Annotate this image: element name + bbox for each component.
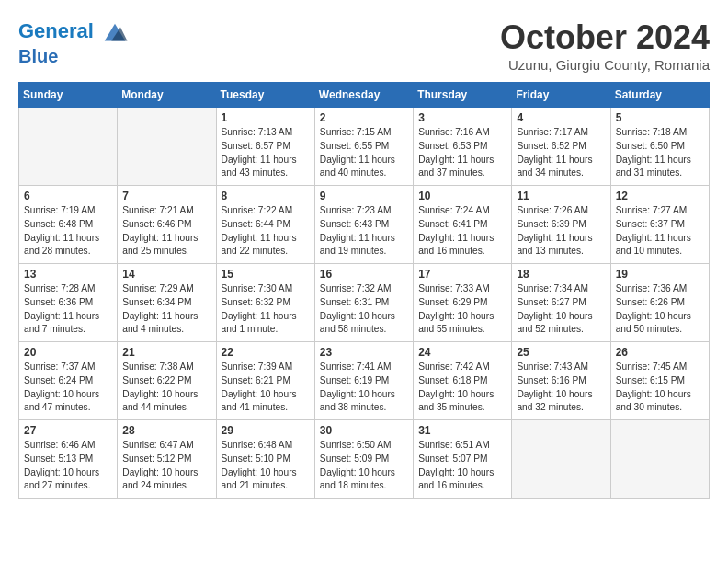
week-row-5: 27Sunrise: 6:46 AM Sunset: 5:13 PM Dayli… [19, 420, 710, 499]
week-row-3: 13Sunrise: 7:28 AM Sunset: 6:36 PM Dayli… [19, 264, 710, 342]
day-number: 18 [517, 268, 605, 281]
day-info: Sunrise: 6:48 AM Sunset: 5:10 PM Dayligh… [222, 439, 310, 493]
weekday-header-sunday: Sunday [19, 83, 118, 108]
calendar-cell: 22Sunrise: 7:39 AM Sunset: 6:21 PM Dayli… [216, 342, 314, 420]
calendar-cell: 31Sunrise: 6:51 AM Sunset: 5:07 PM Dayli… [414, 420, 512, 499]
location: Uzunu, Giurgiu County, Romania [500, 57, 710, 73]
day-info: Sunrise: 7:26 AM Sunset: 6:39 PM Dayligh… [517, 204, 605, 259]
calendar-cell: 10Sunrise: 7:24 AM Sunset: 6:41 PM Dayli… [414, 186, 512, 264]
calendar-cell: 1Sunrise: 7:13 AM Sunset: 6:57 PM Daylig… [216, 108, 314, 186]
day-number: 13 [24, 268, 112, 281]
day-number: 6 [24, 190, 112, 202]
calendar-cell: 13Sunrise: 7:28 AM Sunset: 6:36 PM Dayli… [19, 264, 118, 342]
day-number: 24 [418, 346, 506, 359]
weekday-header-friday: Friday [512, 83, 610, 108]
day-info: Sunrise: 7:17 AM Sunset: 6:52 PM Dayligh… [517, 126, 605, 180]
calendar-cell: 25Sunrise: 7:43 AM Sunset: 6:16 PM Dayli… [512, 342, 610, 420]
calendar-cell: 24Sunrise: 7:42 AM Sunset: 6:18 PM Dayli… [414, 342, 512, 420]
day-info: Sunrise: 7:15 AM Sunset: 6:55 PM Dayligh… [320, 126, 408, 180]
day-info: Sunrise: 7:23 AM Sunset: 6:43 PM Dayligh… [320, 204, 408, 259]
calendar-cell: 8Sunrise: 7:22 AM Sunset: 6:44 PM Daylig… [216, 186, 314, 264]
calendar-cell: 19Sunrise: 7:36 AM Sunset: 6:26 PM Dayli… [610, 264, 709, 342]
day-info: Sunrise: 7:36 AM Sunset: 6:26 PM Dayligh… [616, 282, 704, 337]
day-info: Sunrise: 7:29 AM Sunset: 6:34 PM Dayligh… [122, 282, 210, 337]
day-number: 31 [418, 424, 506, 437]
day-info: Sunrise: 7:37 AM Sunset: 6:24 PM Dayligh… [24, 361, 112, 415]
day-number: 25 [517, 346, 605, 359]
calendar-cell [610, 420, 709, 499]
day-info: Sunrise: 7:32 AM Sunset: 6:31 PM Dayligh… [320, 282, 408, 337]
month-title: October 2024 [500, 18, 710, 57]
calendar-cell: 29Sunrise: 6:48 AM Sunset: 5:10 PM Dayli… [216, 420, 314, 499]
day-info: Sunrise: 7:16 AM Sunset: 6:53 PM Dayligh… [418, 126, 506, 180]
day-info: Sunrise: 6:47 AM Sunset: 5:12 PM Dayligh… [122, 439, 210, 493]
calendar-table: SundayMondayTuesdayWednesdayThursdayFrid… [18, 82, 710, 499]
calendar-cell: 2Sunrise: 7:15 AM Sunset: 6:55 PM Daylig… [314, 108, 413, 186]
calendar-cell: 6Sunrise: 7:19 AM Sunset: 6:48 PM Daylig… [19, 186, 118, 264]
day-info: Sunrise: 7:22 AM Sunset: 6:44 PM Dayligh… [222, 204, 310, 259]
day-info: Sunrise: 7:34 AM Sunset: 6:27 PM Dayligh… [517, 282, 605, 337]
day-info: Sunrise: 6:50 AM Sunset: 5:09 PM Dayligh… [320, 439, 408, 493]
calendar-cell: 12Sunrise: 7:27 AM Sunset: 6:37 PM Dayli… [610, 186, 709, 264]
day-number: 8 [222, 190, 310, 202]
day-number: 19 [616, 268, 704, 281]
logo: General Blue [18, 18, 129, 66]
calendar-cell: 28Sunrise: 6:47 AM Sunset: 5:12 PM Dayli… [118, 420, 216, 499]
day-info: Sunrise: 6:51 AM Sunset: 5:07 PM Dayligh… [418, 439, 506, 493]
calendar-cell: 17Sunrise: 7:33 AM Sunset: 6:29 PM Dayli… [414, 264, 512, 342]
calendar-cell [118, 108, 216, 186]
day-info: Sunrise: 7:28 AM Sunset: 6:36 PM Dayligh… [24, 282, 112, 337]
day-info: Sunrise: 7:27 AM Sunset: 6:37 PM Dayligh… [616, 204, 704, 259]
day-number: 23 [320, 346, 408, 359]
day-number: 26 [616, 346, 704, 359]
calendar-cell: 4Sunrise: 7:17 AM Sunset: 6:52 PM Daylig… [512, 108, 610, 186]
calendar-cell: 20Sunrise: 7:37 AM Sunset: 6:24 PM Dayli… [19, 342, 118, 420]
calendar-cell: 15Sunrise: 7:30 AM Sunset: 6:32 PM Dayli… [216, 264, 314, 342]
day-info: Sunrise: 7:18 AM Sunset: 6:50 PM Dayligh… [616, 126, 704, 180]
logo-text: General [18, 18, 129, 46]
day-number: 14 [122, 268, 210, 281]
day-number: 2 [320, 111, 408, 124]
day-info: Sunrise: 7:21 AM Sunset: 6:46 PM Dayligh… [122, 204, 210, 259]
day-info: Sunrise: 7:33 AM Sunset: 6:29 PM Dayligh… [418, 282, 506, 337]
calendar-body: 1Sunrise: 7:13 AM Sunset: 6:57 PM Daylig… [19, 108, 710, 499]
logo-blue: Blue [18, 46, 129, 66]
day-number: 10 [418, 190, 506, 202]
calendar-cell: 3Sunrise: 7:16 AM Sunset: 6:53 PM Daylig… [414, 108, 512, 186]
calendar-cell: 23Sunrise: 7:41 AM Sunset: 6:19 PM Dayli… [314, 342, 413, 420]
calendar-cell: 16Sunrise: 7:32 AM Sunset: 6:31 PM Dayli… [314, 264, 413, 342]
day-number: 27 [24, 424, 112, 437]
title-block: October 2024 Uzunu, Giurgiu County, Roma… [500, 18, 710, 73]
day-number: 5 [616, 111, 704, 124]
weekday-header-thursday: Thursday [414, 83, 512, 108]
day-number: 28 [122, 424, 210, 437]
calendar-cell [19, 108, 118, 186]
day-info: Sunrise: 7:13 AM Sunset: 6:57 PM Dayligh… [222, 126, 310, 180]
weekday-header-wednesday: Wednesday [314, 83, 413, 108]
calendar-cell [512, 420, 610, 499]
week-row-1: 1Sunrise: 7:13 AM Sunset: 6:57 PM Daylig… [19, 108, 710, 186]
day-info: Sunrise: 7:38 AM Sunset: 6:22 PM Dayligh… [122, 361, 210, 415]
day-number: 29 [222, 424, 310, 437]
calendar-cell: 7Sunrise: 7:21 AM Sunset: 6:46 PM Daylig… [118, 186, 216, 264]
calendar-cell: 5Sunrise: 7:18 AM Sunset: 6:50 PM Daylig… [610, 108, 709, 186]
day-info: Sunrise: 7:19 AM Sunset: 6:48 PM Dayligh… [24, 204, 112, 259]
calendar-cell: 14Sunrise: 7:29 AM Sunset: 6:34 PM Dayli… [118, 264, 216, 342]
weekday-header-saturday: Saturday [610, 83, 709, 108]
calendar-cell: 18Sunrise: 7:34 AM Sunset: 6:27 PM Dayli… [512, 264, 610, 342]
day-info: Sunrise: 7:41 AM Sunset: 6:19 PM Dayligh… [320, 361, 408, 415]
day-number: 20 [24, 346, 112, 359]
day-number: 4 [517, 111, 605, 124]
calendar-cell: 9Sunrise: 7:23 AM Sunset: 6:43 PM Daylig… [314, 186, 413, 264]
calendar-cell: 27Sunrise: 6:46 AM Sunset: 5:13 PM Dayli… [19, 420, 118, 499]
day-number: 12 [616, 190, 704, 202]
day-number: 11 [517, 190, 605, 202]
calendar-cell: 26Sunrise: 7:45 AM Sunset: 6:15 PM Dayli… [610, 342, 709, 420]
day-info: Sunrise: 7:24 AM Sunset: 6:41 PM Dayligh… [418, 204, 506, 259]
calendar-cell: 11Sunrise: 7:26 AM Sunset: 6:39 PM Dayli… [512, 186, 610, 264]
day-info: Sunrise: 7:39 AM Sunset: 6:21 PM Dayligh… [222, 361, 310, 415]
weekday-header-row: SundayMondayTuesdayWednesdayThursdayFrid… [19, 83, 710, 108]
day-info: Sunrise: 7:42 AM Sunset: 6:18 PM Dayligh… [418, 361, 506, 415]
day-number: 1 [222, 111, 310, 124]
day-number: 21 [122, 346, 210, 359]
